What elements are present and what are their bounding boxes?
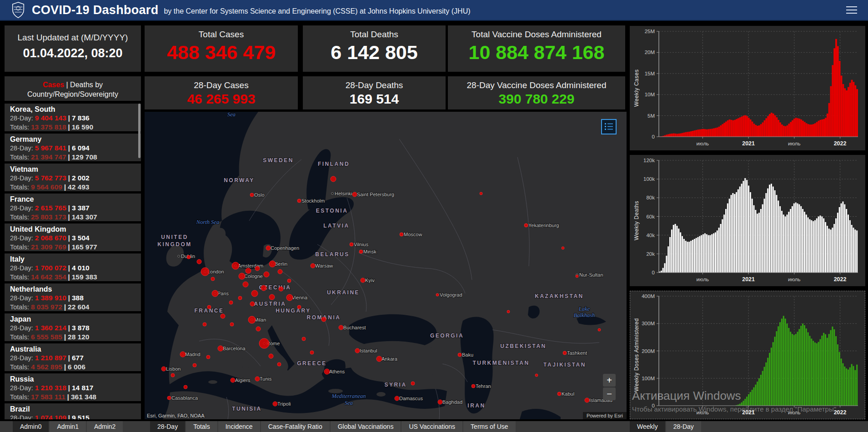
case-dot[interactable] <box>206 355 210 359</box>
case-dot[interactable] <box>286 294 293 301</box>
case-dot[interactable] <box>279 287 283 291</box>
case-dot[interactable] <box>167 396 171 400</box>
country-row[interactable]: Germany28-Day: 5 967 841 | 6 094Totals: … <box>5 134 141 161</box>
case-dot[interactable] <box>524 223 528 227</box>
case-dot[interactable] <box>256 327 261 331</box>
case-dot[interactable] <box>218 346 223 351</box>
list-scrollbar[interactable] <box>138 104 140 158</box>
case-dot[interactable] <box>339 325 343 330</box>
case-dot[interactable] <box>287 279 291 283</box>
case-dot[interactable] <box>297 305 301 309</box>
case-dot[interactable] <box>324 369 330 374</box>
case-dot[interactable] <box>184 385 187 389</box>
country-row[interactable]: Australia28-Day: 1 210 897 | 677Totals: … <box>5 343 141 371</box>
case-dot[interactable] <box>411 382 415 385</box>
case-dot[interactable] <box>238 296 242 300</box>
case-dot[interactable] <box>507 310 510 313</box>
case-dot[interactable] <box>250 193 254 197</box>
hamburger-menu-icon[interactable] <box>846 4 857 16</box>
map-legend-button[interactable] <box>601 119 617 134</box>
country-row[interactable]: Korea, South28-Day: 9 404 143 | 7 836Tot… <box>5 104 141 131</box>
case-dot[interactable] <box>231 378 235 382</box>
case-dot[interactable] <box>239 273 245 279</box>
case-dot[interactable] <box>535 374 538 377</box>
tab-terms-of-use[interactable]: Terms of Use <box>463 421 515 432</box>
case-dot[interactable] <box>230 323 234 326</box>
case-dot[interactable] <box>269 261 276 267</box>
case-dot[interactable] <box>180 352 186 357</box>
country-row[interactable]: Brazil28-Day: 1 074 109 | 9 515Totals: <box>5 403 141 419</box>
case-dot[interactable] <box>203 323 206 326</box>
case-dot[interactable] <box>187 255 191 259</box>
case-dot[interactable] <box>472 384 475 388</box>
tab-admin0[interactable]: Admin0 <box>13 421 49 432</box>
weekly-cases-chart[interactable]: Weekly Cases 05M10M15M20M25Mиюль2021июль… <box>630 26 865 150</box>
case-dot[interactable] <box>201 268 209 276</box>
tab-28-day[interactable]: 28-Day <box>150 421 185 432</box>
case-dot[interactable] <box>400 233 403 236</box>
case-dot[interactable] <box>598 328 601 331</box>
tab-case-fatality-ratio[interactable]: Case-Fatality Ratio <box>261 421 330 432</box>
case-dot[interactable] <box>269 354 273 358</box>
tab-totals[interactable]: Totals <box>186 421 217 432</box>
tab-incidence[interactable]: Incidence <box>218 421 260 432</box>
case-dot[interactable] <box>197 259 201 264</box>
chart-svg[interactable]: 0100M200M300M400Mиюль2021июль2022 <box>630 291 865 419</box>
case-dot[interactable] <box>321 317 326 322</box>
country-row[interactable]: Italy28-Day: 1 700 072 | 4 010Totals: 14… <box>5 253 141 281</box>
case-dot[interactable] <box>361 278 365 283</box>
case-dot[interactable] <box>248 316 256 323</box>
case-dot[interactable] <box>436 293 439 296</box>
case-dot[interactable] <box>576 275 578 278</box>
case-dot[interactable] <box>302 337 306 341</box>
case-dot[interactable] <box>278 269 282 274</box>
case-dot[interactable] <box>331 176 336 182</box>
case-dot[interactable] <box>355 348 360 353</box>
case-dot[interactable] <box>273 402 277 406</box>
case-dot[interactable] <box>229 301 233 304</box>
case-dot[interactable] <box>585 398 589 402</box>
case-dot[interactable] <box>557 392 561 396</box>
world-map[interactable]: SeaNorth SeaMediterraneanSeaLakeBalkhash… <box>145 112 627 419</box>
case-dot[interactable] <box>311 263 315 268</box>
case-dot[interactable] <box>266 246 271 250</box>
case-dot[interactable] <box>395 396 399 401</box>
case-dot[interactable] <box>211 277 215 281</box>
case-dot[interactable] <box>480 192 482 195</box>
case-dot[interactable] <box>310 351 314 354</box>
country-row[interactable]: United Kingdom28-Day: 2 068 670 | 3 504T… <box>5 223 141 251</box>
case-dot[interactable] <box>562 247 564 249</box>
case-dot[interactable] <box>255 377 260 381</box>
tab-weekly[interactable]: Weekly <box>630 421 665 432</box>
case-dot[interactable] <box>259 338 269 348</box>
case-dot[interactable] <box>255 266 260 271</box>
weekly-doses-chart[interactable]: Weekly Doses Administered 0100M200M300M4… <box>630 291 865 419</box>
case-dot[interactable] <box>350 243 353 246</box>
case-dot[interactable] <box>269 294 275 300</box>
chart-svg[interactable]: 05M10M15M20M25Mиюль2021июль2022 <box>630 26 865 150</box>
case-dot[interactable] <box>161 367 166 371</box>
case-dot[interactable] <box>297 199 301 203</box>
case-dot[interactable] <box>438 400 442 404</box>
country-row[interactable]: Japan28-Day: 1 360 214 | 3 878Totals: 6 … <box>5 313 141 341</box>
case-dot[interactable] <box>251 290 258 297</box>
case-dot[interactable] <box>352 192 357 197</box>
case-dot[interactable] <box>207 305 211 309</box>
tab-admin1[interactable]: Admin1 <box>50 421 85 432</box>
case-dot[interactable] <box>193 363 196 367</box>
case-dot[interactable] <box>243 282 248 287</box>
case-dot[interactable] <box>261 285 266 291</box>
country-row[interactable]: Vietnam28-Day: 5 762 773 | 2 002Totals: … <box>5 164 141 191</box>
tab-admin2[interactable]: Admin2 <box>87 421 123 432</box>
map-zoom-in-button[interactable]: + <box>603 374 616 387</box>
powered-by-esri[interactable]: Powered by Esri <box>583 412 627 419</box>
country-row[interactable]: France28-Day: 2 615 765 | 3 387Totals: 2… <box>5 194 141 221</box>
case-dot[interactable] <box>232 262 239 269</box>
case-dot[interactable] <box>277 362 281 366</box>
map-zoom-out-button[interactable]: − <box>603 387 616 400</box>
tab-global-vaccinations[interactable]: Global Vaccinations <box>331 421 401 432</box>
case-dot[interactable] <box>221 314 225 318</box>
case-dot[interactable] <box>563 351 567 355</box>
tab-us-vaccinations[interactable]: US Vaccinations <box>401 421 462 432</box>
country-row[interactable]: Netherlands28-Day: 1 389 910 | 388Totals… <box>5 283 141 311</box>
